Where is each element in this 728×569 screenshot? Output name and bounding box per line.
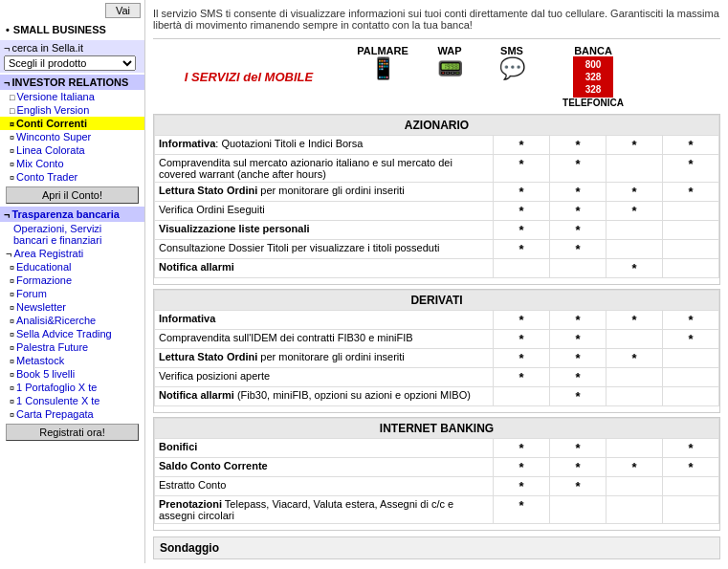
ib-w-3 <box>550 496 607 524</box>
derivati-s-3 <box>607 368 663 387</box>
azionario-row-5: Consultazione Dossier Titoli per visuali… <box>155 240 719 259</box>
sidebar-link-educational[interactable]: Educational <box>0 260 144 274</box>
operazioni-link[interactable]: Operazioni, Servizi bancari e finanziari <box>0 222 144 247</box>
derivati-table: DERIVATI Informativa * * * * Compravendi… <box>154 290 719 406</box>
sidebar-link-newsletter[interactable]: Newsletter <box>0 300 144 314</box>
palmare-label: PALMARE <box>357 45 408 56</box>
sidebar-link-carta-prepagata[interactable]: Carta Prepagata <box>0 407 144 421</box>
sidebar-link-metastock[interactable]: Metastock <box>0 354 144 367</box>
sidebar-link-forum[interactable]: Forum <box>0 287 144 300</box>
ib-label-1: Saldo Conto Corrente <box>155 458 494 477</box>
azionario-label-2: Lettura Stato Ordini per monitorare gli … <box>155 183 494 202</box>
derivati-label-3: Verifica posizioni aperte <box>155 368 494 387</box>
azionario-w-4: * <box>550 221 607 240</box>
azionario-b-3 <box>663 202 719 221</box>
sidebar-link-conto-trader[interactable]: Conto Trader <box>0 170 144 184</box>
azionario-b-2: * <box>663 183 719 202</box>
derivati-label-2: Lettura Stato Ordini per monitorare gli … <box>155 349 494 368</box>
azionario-w-0: * <box>550 136 607 155</box>
derivati-b-2 <box>663 349 719 368</box>
derivati-p-2: * <box>494 349 550 368</box>
derivati-section: DERIVATI Informativa * * * * Compravendi… <box>153 289 720 413</box>
registrati-btn-wrapper: Registrati ora! <box>0 421 144 444</box>
wap-header: WAP 📟 <box>421 45 478 108</box>
azionario-w-1: * <box>550 155 607 183</box>
azionario-w-5: * <box>550 240 607 259</box>
ib-label-3: Prenotazioni Telepass, Viacard, Valuta e… <box>155 496 494 524</box>
sidebar-link-winconto-super[interactable]: Winconto Super <box>0 130 144 143</box>
mobile-services-row: I SERVIZI del MOBILE PALMARE 📱 WAP 📟 SMS… <box>153 45 720 108</box>
ib-w-0: * <box>550 439 607 458</box>
ib-row-2: Estratto Conto * * <box>155 477 719 496</box>
ib-row-0: Bonifici * * * <box>155 439 719 458</box>
sidebar-link-formazione[interactable]: Formazione <box>0 274 144 287</box>
sondaggio-section: Sondaggio <box>153 536 720 559</box>
derivati-w-2: * <box>550 349 607 368</box>
azionario-p-6 <box>494 259 550 278</box>
sidebar-link-linea-colorata[interactable]: Linea Colorata <box>0 143 144 157</box>
mobile-services-title: I SERVIZI del MOBILE <box>153 66 344 88</box>
palmare-icon: 📱 <box>370 56 396 81</box>
wap-icon: 📟 <box>437 56 463 81</box>
derivati-s-0: * <box>607 311 663 330</box>
azionario-table: AZIONARIO Informativa: Quotazioni Titoli… <box>154 115 719 278</box>
azionario-b-1: * <box>663 155 719 183</box>
sidebar-link-conti-correnti[interactable]: Conti Correnti <box>0 117 144 130</box>
ib-s-1: * <box>607 458 663 477</box>
sidebar: Vai SMALL BUSINESS cerca in Sella.it Sce… <box>0 0 145 563</box>
azionario-p-4: * <box>494 221 550 240</box>
azionario-label-3: Verifica Ordini Eseguiti <box>155 202 494 221</box>
banca-label: BANCA <box>574 45 612 56</box>
derivati-row-3: Verifica posizioni aperte * * <box>155 368 719 387</box>
ib-b-3 <box>663 496 719 524</box>
azionario-w-3: * <box>550 202 607 221</box>
sidebar-link-book5[interactable]: Book 5 livelli <box>0 367 144 381</box>
small-business-link[interactable]: SMALL BUSINESS <box>0 21 144 38</box>
ib-s-2 <box>607 477 663 496</box>
sidebar-link-analisi-ricerche[interactable]: Analisi&Ricerche <box>0 314 144 327</box>
derivati-p-3: * <box>494 368 550 387</box>
sidebar-link-palestra-future[interactable]: Palestra Future <box>0 340 144 354</box>
azionario-row-4: Visualizzazione liste personali * * <box>155 221 719 240</box>
sidebar-link-sella-advice[interactable]: Sella Advice Trading <box>0 327 144 340</box>
cerca-select[interactable]: Scegli il prodotto <box>4 55 136 71</box>
azionario-label-0: Informativa: Quotazioni Titoli e Indici … <box>155 136 494 155</box>
derivati-row-0: Informativa * * * * <box>155 311 719 330</box>
azionario-row-6: Notifica allarmi * <box>155 259 719 278</box>
mobile-title: I SERVIZI del MOBILE <box>185 70 313 84</box>
ib-p-1: * <box>494 458 550 477</box>
sidebar-link-mix-conto[interactable]: Mix Conto <box>0 157 144 170</box>
registrati-button[interactable]: Registrati ora! <box>6 424 139 441</box>
ib-row-1: Saldo Conto Corrente * * * * <box>155 458 719 477</box>
main-content: Il servizio SMS ti consente di visualizz… <box>145 0 728 563</box>
azionario-w-6 <box>550 259 607 278</box>
azionario-w-2: * <box>550 183 607 202</box>
derivati-b-0: * <box>663 311 719 330</box>
sidebar-link-1consulente[interactable]: 1 Consulente X te <box>0 394 144 407</box>
azionario-s-5 <box>607 240 663 259</box>
azionario-s-4 <box>607 221 663 240</box>
area-registrati-link[interactable]: Area Registrati <box>0 247 144 260</box>
sidebar-link-english-version[interactable]: English Version <box>0 103 144 117</box>
vai-btn-wrapper: Vai <box>0 0 144 21</box>
vai-button[interactable]: Vai <box>105 3 141 18</box>
trasparenza-bancaria-link[interactable]: Trasparenza bancaria <box>0 207 144 222</box>
azionario-row-1: Compravendita sul mercato azionario ital… <box>155 155 719 183</box>
apri-button[interactable]: Apri il Conto! <box>6 186 139 204</box>
investor-relations-header: INVESTOR RELATIONS <box>0 75 144 90</box>
ib-b-1: * <box>663 458 719 477</box>
derivati-b-1: * <box>663 330 719 349</box>
ib-row-3: Prenotazioni Telepass, Viacard, Valuta e… <box>155 496 719 524</box>
ib-label-2: Estratto Conto <box>155 477 494 496</box>
derivati-s-1 <box>607 330 663 349</box>
sidebar-link-versione-italiana[interactable]: Versione Italiana <box>0 90 144 103</box>
derivati-label-4: Notifica allarmi (Fib30, miniFIB, opzion… <box>155 387 494 406</box>
derivati-w-1: * <box>550 330 607 349</box>
sidebar-link-1portafoglio[interactable]: 1 Portafoglio X te <box>0 381 144 394</box>
azionario-p-1: * <box>494 155 550 183</box>
ib-label-0: Bonifici <box>155 439 494 458</box>
derivati-p-4 <box>494 387 550 406</box>
azionario-row-2: Lettura Stato Ordini per monitorare gli … <box>155 183 719 202</box>
cerca-title: cerca in Sella.it <box>4 42 141 54</box>
telefonica-label: TELEFONICA <box>563 98 624 108</box>
